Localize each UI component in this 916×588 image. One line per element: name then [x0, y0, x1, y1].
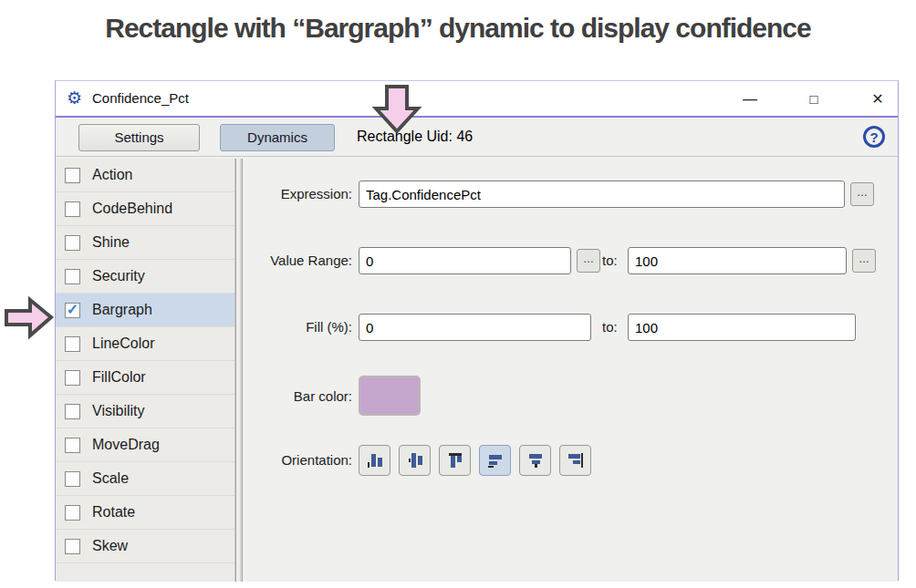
bars-horizontal-center-icon [526, 450, 546, 470]
value-range-to-browse-button[interactable]: … [852, 249, 876, 273]
titlebar: ⚙ Confidence_Pct — □ ✕ [56, 81, 898, 118]
checkbox[interactable] [65, 471, 80, 487]
sidebar-item-label: Skew [92, 538, 128, 554]
fill-to-label: to: [602, 319, 618, 335]
sidebar-item-visibility[interactable]: Visibility [56, 395, 234, 428]
orientation-vertical-center-button[interactable] [399, 445, 431, 476]
tab-settings[interactable]: Settings [78, 124, 200, 151]
value-range-to-input[interactable] [628, 247, 847, 274]
expression-browse-button[interactable]: … [850, 182, 874, 206]
bars-vertical-top-icon [445, 450, 465, 470]
sidebar-item-label: FillColor [92, 369, 146, 386]
sidebar-item-fillcolor[interactable]: FillColor [56, 361, 234, 395]
tab-dynamics[interactable]: Dynamics [220, 124, 335, 151]
fill-label: Fill (%): [243, 319, 352, 335]
sidebar-item-label: Bargraph [92, 302, 152, 318]
help-icon[interactable]: ? [863, 126, 885, 148]
sidebar-item-security[interactable]: Security [56, 260, 234, 294]
sidebar-item-label: Rotate [92, 504, 135, 521]
checkbox[interactable] [65, 235, 80, 251]
orientation-horizontal-center-button[interactable] [519, 445, 551, 476]
checkbox[interactable] [65, 269, 80, 284]
sidebar-item-label: Shine [92, 234, 130, 251]
fill-from-input[interactable] [359, 314, 591, 341]
page-title: Rectangle with “Bargraph” dynamic to dis… [0, 13, 916, 44]
sidebar-item-movedrag[interactable]: MoveDrag [56, 428, 234, 462]
check-icon: ✓ [67, 304, 78, 316]
checkbox[interactable] [65, 168, 80, 183]
sidebar-item-label: Security [92, 268, 145, 284]
value-range-from-browse-button[interactable]: … [577, 249, 600, 273]
sidebar-item-label: Action [92, 167, 132, 183]
checkbox[interactable] [65, 505, 80, 521]
checkbox[interactable] [65, 201, 80, 217]
bar-color-label: Bar color: [243, 388, 352, 404]
bars-horizontal-right-icon [566, 450, 586, 470]
dialog-content: Action CodeBehind Shine Security ✓ Bargr… [56, 159, 898, 582]
maximize-button[interactable]: □ [802, 88, 826, 110]
annotation-arrow-down-icon [372, 84, 422, 139]
checkbox[interactable] [65, 539, 80, 554]
expression-label: Expression: [243, 186, 352, 201]
orientation-label: Orientation: [243, 452, 352, 468]
window-title: Confidence_Pct [92, 90, 189, 106]
expression-input[interactable] [359, 181, 845, 208]
bars-horizontal-left-icon [485, 450, 505, 470]
value-range-from-input[interactable] [359, 247, 571, 274]
annotation-arrow-right-icon [4, 296, 55, 344]
checkbox[interactable] [65, 438, 80, 453]
dialog-window: ⚙ Confidence_Pct — □ ✕ Settings Dynamics… [55, 80, 899, 581]
checkbox[interactable] [65, 404, 80, 419]
checkbox[interactable] [65, 370, 80, 386]
bargraph-panel: Expression: … Value Range: … to: … Fill … [243, 159, 898, 582]
fill-to-input[interactable] [628, 314, 856, 341]
sidebar-item-label: CodeBehind [92, 201, 172, 217]
bar-color-swatch[interactable] [359, 376, 421, 416]
sidebar-item-label: Scale [92, 470, 129, 487]
orientation-vertical-bottom-button[interactable] [359, 445, 390, 476]
sidebar-item-action[interactable]: Action [56, 159, 234, 192]
sidebar-item-label: Visibility [92, 403, 145, 419]
orientation-horizontal-right-button[interactable] [559, 445, 591, 476]
sidebar-item-label: LineColor [92, 335, 154, 352]
close-button[interactable]: ✕ [866, 88, 890, 110]
checkbox-checked[interactable]: ✓ [65, 303, 80, 318]
sidebar-item-linecolor[interactable]: LineColor [56, 327, 234, 361]
tab-strip: Settings Dynamics Rectangle Uid: 46 ? [56, 118, 898, 157]
sidebar-item-scale[interactable]: Scale [56, 462, 234, 496]
orientation-vertical-top-button[interactable] [439, 445, 471, 476]
sidebar-item-label: MoveDrag [92, 437, 160, 453]
value-range-label: Value Range: [243, 253, 352, 268]
dynamics-list: Action CodeBehind Shine Security ✓ Bargr… [56, 159, 235, 582]
sidebar-item-codebehind[interactable]: CodeBehind [56, 192, 234, 226]
orientation-horizontal-left-button[interactable] [479, 445, 511, 476]
splitter-handle[interactable] [235, 159, 243, 582]
sidebar-item-skew[interactable]: Skew [56, 530, 234, 563]
sidebar-item-bargraph[interactable]: ✓ Bargraph [56, 294, 234, 327]
bars-vertical-bottom-icon [365, 450, 385, 470]
checkbox[interactable] [65, 336, 80, 352]
sidebar-item-shine[interactable]: Shine [56, 226, 234, 260]
bars-vertical-center-icon [405, 450, 425, 470]
gear-icon: ⚙ [67, 88, 82, 108]
minimize-button[interactable]: — [738, 88, 762, 110]
sidebar-item-rotate[interactable]: Rotate [56, 496, 234, 530]
value-range-to-label: to: [602, 253, 618, 268]
